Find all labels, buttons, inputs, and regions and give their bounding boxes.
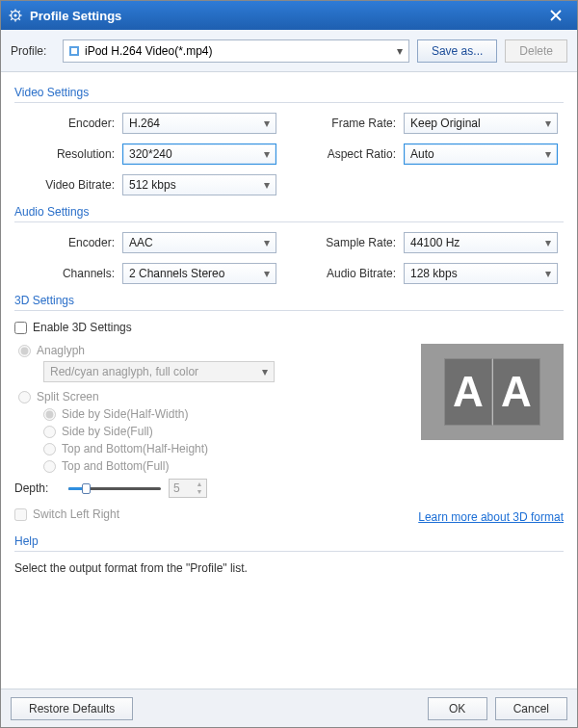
save-as-button[interactable]: Save as... <box>417 39 497 63</box>
svg-line-7 <box>18 18 20 20</box>
anaglyph-radio-input <box>18 345 31 357</box>
restore-defaults-button[interactable]: Restore Defaults <box>11 697 133 720</box>
chevron-down-icon: ▾ <box>264 236 270 249</box>
switch-left-right-checkbox: Switch Left Right <box>14 507 119 521</box>
video-encoder-combo[interactable]: H.264▾ <box>122 113 276 134</box>
video-bitrate-label: Video Bitrate: <box>14 178 122 192</box>
chevron-down-icon: ▾ <box>264 178 270 192</box>
delete-button: Delete <box>505 39 567 63</box>
chevron-down-icon: ▾ <box>545 236 551 249</box>
aspect-ratio-label: Aspect Ratio: <box>311 147 404 161</box>
aspect-ratio-combo[interactable]: Auto▾ <box>404 143 558 165</box>
profile-format-icon <box>69 46 79 56</box>
svg-rect-11 <box>71 48 77 54</box>
anaglyph-radio: Anaglyph <box>18 344 407 357</box>
enable-3d-checkbox[interactable]: Enable 3D Settings <box>14 321 564 334</box>
help-group: Help Select the output format from the "… <box>14 534 564 575</box>
chevron-down-icon: ▾ <box>264 147 270 161</box>
content-area: Video Settings Encoder: H.264▾ Frame Rat… <box>1 72 577 689</box>
sbs-full-radio: Side by Side(Full) <box>43 425 407 438</box>
3d-preview: A A <box>421 344 564 440</box>
video-bitrate-combo[interactable]: 512 kbps▾ <box>122 174 276 195</box>
cancel-button[interactable]: Cancel <box>495 697 567 720</box>
depth-slider[interactable] <box>68 481 161 495</box>
learn-more-3d-link[interactable]: Learn more about 3D format <box>418 510 564 524</box>
resolution-label: Resolution: <box>14 147 122 161</box>
channels-label: Channels: <box>14 267 122 280</box>
chevron-down-icon: ▾ <box>264 117 270 130</box>
switch-left-right-input <box>14 508 27 521</box>
3d-settings-title: 3D Settings <box>14 294 564 311</box>
audio-settings-group: Audio Settings Encoder: AAC▾ Sample Rate… <box>14 205 564 284</box>
depth-row: Depth: 5 ▲▼ <box>14 479 407 498</box>
depth-spinner: 5 ▲▼ <box>169 479 207 498</box>
gear-icon <box>9 9 22 22</box>
3d-preview-panel: A A <box>421 340 564 498</box>
audio-encoder-label: Encoder: <box>14 236 122 249</box>
audio-settings-title: Audio Settings <box>14 205 564 222</box>
chevron-down-icon: ▾ <box>262 365 268 378</box>
video-settings-group: Video Settings Encoder: H.264▾ Frame Rat… <box>14 86 564 195</box>
video-encoder-label: Encoder: <box>14 117 122 130</box>
title-bar: Profile Settings <box>1 1 577 30</box>
profile-settings-window: Profile Settings Profile: iPod H.264 Vid… <box>0 0 578 728</box>
preview-right-glyph: A <box>492 358 540 426</box>
split-screen-radio: Split Screen <box>18 390 407 403</box>
audio-bitrate-combo[interactable]: 128 kbps▾ <box>404 263 558 284</box>
help-title: Help <box>14 534 564 552</box>
chevron-down-icon: ▾ <box>264 267 270 280</box>
anaglyph-mode-combo: Red/cyan anaglyph, full color▾ <box>43 361 275 382</box>
sample-rate-combo[interactable]: 44100 Hz▾ <box>404 232 558 253</box>
help-text: Select the output format from the "Profi… <box>14 561 564 575</box>
tab-full-radio: Top and Bottom(Full) <box>43 459 407 473</box>
profile-label: Profile: <box>11 44 55 58</box>
close-button[interactable] <box>542 5 569 26</box>
depth-label: Depth: <box>14 481 61 495</box>
chevron-down-icon: ▾ <box>545 147 551 161</box>
sbs-half-radio: Side by Side(Half-Width) <box>43 407 407 421</box>
profile-select[interactable]: iPod H.264 Video(*.mp4) ▾ <box>63 39 409 63</box>
footer-bar: Restore Defaults OK Cancel <box>1 689 577 727</box>
audio-bitrate-label: Audio Bitrate: <box>311 267 404 280</box>
enable-3d-input[interactable] <box>14 322 27 334</box>
video-settings-title: Video Settings <box>14 86 564 103</box>
audio-encoder-combo[interactable]: AAC▾ <box>122 232 276 253</box>
window-title: Profile Settings <box>30 9 542 23</box>
chevron-down-icon: ▾ <box>545 267 551 280</box>
preview-left-glyph: A <box>444 358 492 426</box>
channels-combo[interactable]: 2 Channels Stereo▾ <box>122 263 276 284</box>
sample-rate-label: Sample Rate: <box>311 236 404 249</box>
svg-point-1 <box>13 13 16 16</box>
frame-rate-label: Frame Rate: <box>311 117 404 130</box>
chevron-down-icon: ▾ <box>545 117 551 130</box>
ok-button[interactable]: OK <box>428 697 487 720</box>
frame-rate-combo[interactable]: Keep Original▾ <box>404 113 558 134</box>
svg-line-6 <box>11 11 13 13</box>
resolution-combo[interactable]: 320*240▾ <box>122 143 276 165</box>
3d-settings-group: 3D Settings Enable 3D Settings Anaglyph … <box>14 294 564 527</box>
svg-line-9 <box>18 11 20 13</box>
tab-half-radio: Top and Bottom(Half-Height) <box>43 442 407 455</box>
split-screen-radio-input <box>18 391 31 403</box>
profile-value: iPod H.264 Video(*.mp4) <box>85 44 213 58</box>
svg-line-8 <box>11 18 13 20</box>
chevron-down-icon: ▾ <box>397 44 403 58</box>
profile-bar: Profile: iPod H.264 Video(*.mp4) ▾ Save … <box>1 30 577 72</box>
